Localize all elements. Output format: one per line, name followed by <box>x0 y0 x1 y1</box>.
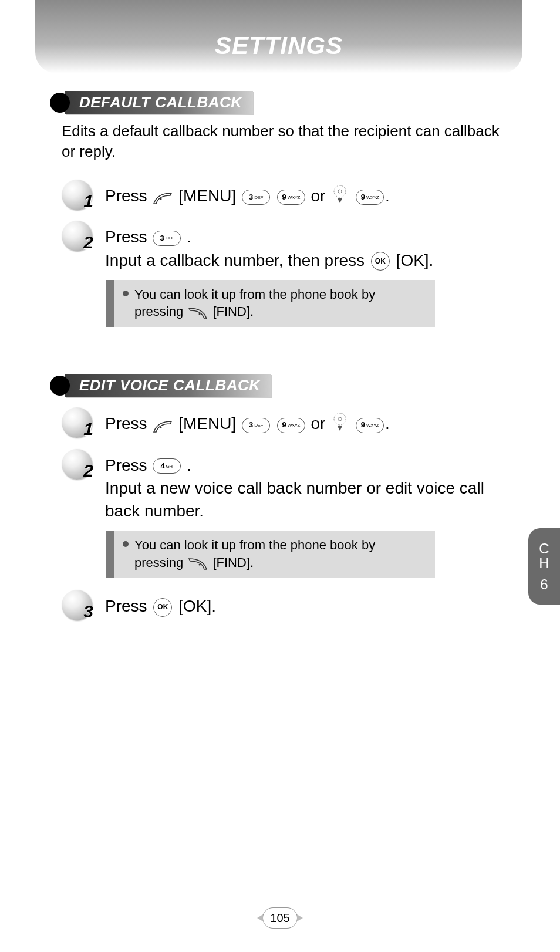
note-accent-bar <box>106 280 114 328</box>
step-row: 2 Press 4GHI . Input a new voice call ba… <box>62 449 508 523</box>
page-title: SETTINGS <box>215 32 343 60</box>
step-number: 1 <box>83 419 93 439</box>
svg-point-6 <box>338 417 342 421</box>
bullet-icon <box>50 93 70 113</box>
page-content: DEFAULT CALLBACK Edits a default callbac… <box>50 91 508 624</box>
section-header-default-callback: DEFAULT CALLBACK <box>50 91 508 114</box>
step-row: 3 Press OK [OK]. <box>62 590 508 620</box>
page-number: 105 <box>262 907 298 929</box>
note-box: You can look it up from the phone book b… <box>106 531 435 578</box>
step-badge: 2 <box>62 449 97 480</box>
note-text: You can look it up from the phone book b… <box>134 287 375 302</box>
step-row: 1 Press [MENU] 3DEF 9WXYZ or 9WXYZ. <box>62 407 508 438</box>
section-heading: EDIT VOICE CALLBACK <box>65 374 271 397</box>
svg-point-3 <box>199 313 201 315</box>
step-number: 1 <box>83 191 93 211</box>
step-badge: 2 <box>62 221 97 251</box>
left-softkey-icon <box>153 186 173 209</box>
step-number: 3 <box>83 602 93 622</box>
svg-point-7 <box>199 564 201 566</box>
svg-point-4 <box>160 426 162 428</box>
bullet-icon <box>50 376 70 396</box>
step-row: 2 Press 3DEF . Input a callback number, … <box>62 221 508 271</box>
page-header: SETTINGS <box>35 0 522 73</box>
chapter-tab: C H 6 <box>528 528 560 605</box>
step-badge: 3 <box>62 590 97 620</box>
key-3-icon: 3DEF <box>242 418 270 433</box>
note-text: You can look it up from the phone book b… <box>134 538 375 552</box>
key-9-icon: 9WXYZ <box>356 190 384 205</box>
step-text: Press [MENU] 3DEF 9WXYZ or 9WXYZ. <box>105 407 390 438</box>
step-badge: 1 <box>62 180 97 210</box>
key-3-icon: 3DEF <box>153 231 181 246</box>
svg-point-1 <box>334 185 346 197</box>
svg-point-5 <box>334 413 346 425</box>
step-row: 1 Press [MENU] 3DEF 9WXYZ or 9WXYZ. <box>62 180 508 210</box>
step-number: 2 <box>83 232 93 252</box>
key-9-icon: 9WXYZ <box>277 418 305 433</box>
svg-point-2 <box>338 190 342 193</box>
section-intro: Edits a default callback number so that … <box>62 121 508 162</box>
key-9-icon: 9WXYZ <box>356 418 384 433</box>
nav-down-icon <box>332 184 348 210</box>
key-4-icon: 4GHI <box>153 458 181 474</box>
step-text: Press OK [OK]. <box>105 590 216 617</box>
right-softkey-icon <box>188 555 208 572</box>
key-3-icon: 3DEF <box>242 190 270 205</box>
note-accent-bar <box>106 531 114 578</box>
left-softkey-icon <box>153 414 173 437</box>
bullet-icon <box>123 541 129 547</box>
step-text: Press 3DEF . Input a callback number, th… <box>105 221 433 271</box>
svg-point-0 <box>160 198 162 200</box>
step-text: Press 4GHI . Input a new voice call back… <box>105 449 508 523</box>
ok-key-icon: OK <box>153 598 172 617</box>
step-text: Press [MENU] 3DEF 9WXYZ or 9WXYZ. <box>105 180 390 210</box>
key-9-icon: 9WXYZ <box>277 190 305 205</box>
step-number: 2 <box>83 461 93 481</box>
nav-down-icon <box>332 412 348 438</box>
step-badge: 1 <box>62 407 97 438</box>
page-footer: 105 <box>0 907 560 929</box>
note-box: You can look it up from the phone book b… <box>106 280 435 328</box>
ok-key-icon: OK <box>371 252 390 271</box>
section-heading: DEFAULT CALLBACK <box>65 91 253 114</box>
section-header-edit-voice-callback: EDIT VOICE CALLBACK <box>50 374 508 397</box>
right-softkey-icon <box>188 304 208 322</box>
bullet-icon <box>123 291 129 296</box>
